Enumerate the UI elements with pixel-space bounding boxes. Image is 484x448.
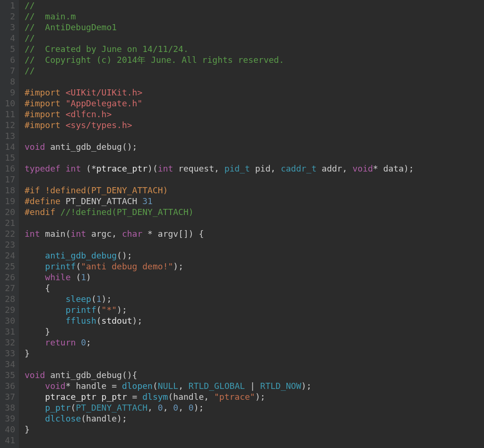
code-line: p_ptr(PT_DENY_ATTACH, 0, 0, 0); bbox=[25, 402, 484, 413]
code-line: fflush(stdout); bbox=[25, 315, 484, 326]
code-line bbox=[25, 152, 484, 163]
code-line: printf("anti debug demo!"); bbox=[25, 261, 484, 272]
code-line: } bbox=[25, 326, 484, 337]
line-number: 32 bbox=[2, 337, 15, 348]
code-line: dlclose(handle); bbox=[25, 413, 484, 424]
code-line: // main.m bbox=[25, 11, 484, 22]
line-number: 33 bbox=[2, 348, 15, 359]
line-number: 24 bbox=[2, 250, 15, 261]
line-number: 8 bbox=[2, 76, 15, 87]
line-number: 2 bbox=[2, 11, 15, 22]
code-line: return 0; bbox=[25, 337, 484, 348]
code-line bbox=[25, 130, 484, 141]
code-line: #endif //!defined(PT_DENY_ATTACH) bbox=[25, 207, 484, 217]
code-line: ptrace_ptr p_ptr = dlsym(handle, "ptrace… bbox=[25, 391, 484, 402]
code-line: { bbox=[25, 283, 484, 293]
line-number: 23 bbox=[2, 239, 15, 250]
code-line bbox=[25, 239, 484, 250]
line-number: 6 bbox=[2, 54, 15, 65]
code-line: // bbox=[25, 0, 484, 11]
line-number: 18 bbox=[2, 185, 15, 196]
line-number: 31 bbox=[2, 326, 15, 337]
line-number: 12 bbox=[2, 120, 15, 130]
line-number: 4 bbox=[2, 33, 15, 43]
code-line: printf("*"); bbox=[25, 304, 484, 315]
code-line: #import <dlfcn.h> bbox=[25, 109, 484, 120]
code-line: // bbox=[25, 65, 484, 76]
code-line bbox=[25, 359, 484, 370]
code-area[interactable]: //// main.m// AntiDebugDemo1//// Created… bbox=[19, 0, 484, 448]
line-number: 15 bbox=[2, 152, 15, 163]
code-line: void* handle = dlopen(NULL, RTLD_GLOBAL … bbox=[25, 380, 484, 391]
line-number: 41 bbox=[2, 435, 15, 446]
line-number: 26 bbox=[2, 272, 15, 283]
line-number: 28 bbox=[2, 293, 15, 304]
line-number: 36 bbox=[2, 380, 15, 391]
code-line: #import <sys/types.h> bbox=[25, 120, 484, 130]
line-number: 13 bbox=[2, 130, 15, 141]
code-line bbox=[25, 217, 484, 228]
code-line bbox=[25, 174, 484, 185]
line-number: 20 bbox=[2, 207, 15, 217]
line-number: 14 bbox=[2, 141, 15, 152]
code-line: #import "AppDelegate.h" bbox=[25, 98, 484, 109]
line-number: 25 bbox=[2, 261, 15, 272]
line-number: 10 bbox=[2, 98, 15, 109]
line-number: 7 bbox=[2, 65, 15, 76]
code-line: // AntiDebugDemo1 bbox=[25, 22, 484, 33]
line-number: 9 bbox=[2, 87, 15, 98]
code-line: while (1) bbox=[25, 272, 484, 283]
code-line: // bbox=[25, 33, 484, 43]
code-line: typedef int (*ptrace_ptr)(int request, p… bbox=[25, 163, 484, 174]
line-number: 11 bbox=[2, 109, 15, 120]
code-line: sleep(1); bbox=[25, 293, 484, 304]
code-editor[interactable]: 1234567891011121314151617181920212223242… bbox=[0, 0, 484, 448]
code-line: void anti_gdb_debug(); bbox=[25, 141, 484, 152]
code-line: } bbox=[25, 424, 484, 435]
line-number: 16 bbox=[2, 163, 15, 174]
line-number: 30 bbox=[2, 315, 15, 326]
code-line bbox=[25, 76, 484, 87]
line-number: 29 bbox=[2, 304, 15, 315]
code-line: #import <UIKit/UIKit.h> bbox=[25, 87, 484, 98]
code-line: anti_gdb_debug(); bbox=[25, 250, 484, 261]
code-line: // Copyright (c) 2014年 June. All rights … bbox=[25, 54, 484, 65]
line-number: 39 bbox=[2, 413, 15, 424]
line-number: 35 bbox=[2, 370, 15, 380]
code-line: #if !defined(PT_DENY_ATTACH) bbox=[25, 185, 484, 196]
line-number: 37 bbox=[2, 391, 15, 402]
line-number: 27 bbox=[2, 283, 15, 293]
line-number: 1 bbox=[2, 0, 15, 11]
code-line: int main(int argc, char * argv[]) { bbox=[25, 228, 484, 239]
line-number: 21 bbox=[2, 217, 15, 228]
line-number: 17 bbox=[2, 174, 15, 185]
line-number-gutter: 1234567891011121314151617181920212223242… bbox=[0, 0, 19, 448]
line-number: 5 bbox=[2, 43, 15, 54]
line-number: 3 bbox=[2, 22, 15, 33]
line-number: 38 bbox=[2, 402, 15, 413]
line-number: 22 bbox=[2, 228, 15, 239]
line-number: 19 bbox=[2, 196, 15, 207]
code-line: #define PT_DENY_ATTACH 31 bbox=[25, 196, 484, 207]
code-line: } bbox=[25, 348, 484, 359]
line-number: 34 bbox=[2, 359, 15, 370]
code-line: // Created by June on 14/11/24. bbox=[25, 43, 484, 54]
line-number: 40 bbox=[2, 424, 15, 435]
code-line: void anti_gdb_debug(){ bbox=[25, 370, 484, 380]
code-line bbox=[25, 435, 484, 446]
